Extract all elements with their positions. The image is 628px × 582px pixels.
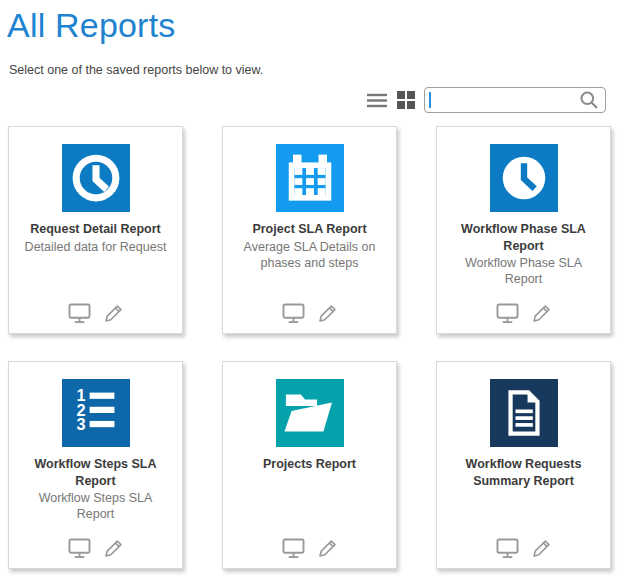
page-subtitle: Select one of the saved reports below to… [9,63,628,77]
card-actions [223,303,396,324]
numbered-list-icon: 123 [62,379,130,447]
svg-text:3: 3 [76,415,85,433]
calendar-icon [276,144,344,212]
edit-report-button[interactable] [103,303,124,324]
monitor-icon [68,303,91,324]
search-input[interactable] [431,89,579,111]
report-subtitle: Workflow Steps SLA Report [9,490,182,523]
report-card-workflow-requests-summary[interactable]: Workflow Requests Summary Report [436,361,611,569]
edit-report-button[interactable] [317,538,338,559]
report-title: Workflow Phase SLA Report [437,221,610,254]
page-title: All Reports [7,6,628,45]
card-actions [437,303,610,324]
pencil-icon [531,303,552,324]
view-report-button[interactable] [496,303,519,324]
card-actions [223,538,396,559]
all-reports-page: All Reports Select one of the saved repo… [0,6,628,582]
search-box[interactable] [424,87,606,113]
clock-icon [490,144,558,212]
report-card-project-sla[interactable]: Project SLA Report Average SLA Details o… [222,126,397,334]
grid-view-icon [397,91,415,109]
card-actions [9,303,182,324]
report-card-workflow-phase-sla[interactable]: Workflow Phase SLA Report Workflow Phase… [436,126,611,334]
card-actions [9,538,182,559]
report-card-request-detail[interactable]: Request Detail Report Detailed data for … [8,126,183,334]
monitor-icon [496,303,519,324]
edit-report-button[interactable] [531,538,552,559]
clock-icon [62,144,130,212]
pencil-icon [103,303,124,324]
edit-report-button[interactable] [103,538,124,559]
monitor-icon [68,538,91,559]
pencil-icon [531,538,552,559]
monitor-icon [496,538,519,559]
document-icon [490,379,558,447]
report-subtitle: Workflow Phase SLA Report [437,255,610,288]
report-title: Workflow Requests Summary Report [437,456,610,489]
report-title: Projects Report [223,456,396,473]
list-view-icon [366,92,388,109]
view-report-button[interactable] [68,538,91,559]
report-subtitle: Average SLA Details on phases and steps [223,239,396,272]
pencil-icon [317,538,338,559]
report-subtitle: Detailed data for Request [9,239,182,255]
view-toolbar [0,86,606,114]
search-icon[interactable] [579,90,599,110]
monitor-icon [282,303,305,324]
monitor-icon [282,538,305,559]
reports-grid: Request Detail Report Detailed data for … [8,126,628,569]
report-card-workflow-steps-sla[interactable]: 123 Workflow Steps SLA Report Workflow S… [8,361,183,569]
edit-report-button[interactable] [317,303,338,324]
report-title: Project SLA Report [223,221,396,238]
report-title: Workflow Steps SLA Report [9,456,182,489]
pencil-icon [317,303,338,324]
view-report-button[interactable] [68,303,91,324]
report-card-projects[interactable]: Projects Report [222,361,397,569]
view-report-button[interactable] [282,303,305,324]
grid-view-button[interactable] [397,91,415,109]
report-title: Request Detail Report [9,221,182,238]
view-report-button[interactable] [282,538,305,559]
edit-report-button[interactable] [531,303,552,324]
pencil-icon [103,538,124,559]
folder-icon [276,379,344,447]
card-actions [437,538,610,559]
view-report-button[interactable] [496,538,519,559]
list-view-button[interactable] [366,92,388,109]
